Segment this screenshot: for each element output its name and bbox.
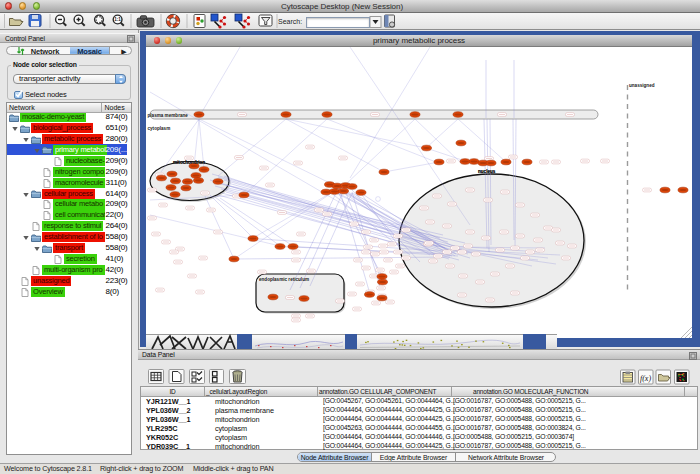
svg-text:f(x): f(x)	[640, 374, 651, 383]
svg-text:nucleus: nucleus	[478, 169, 496, 174]
svg-text:plasma membrane: plasma membrane	[148, 113, 189, 118]
svg-text:1:1: 1:1	[114, 17, 121, 22]
svg-text:cytoplasm: cytoplasm	[148, 126, 171, 131]
svg-text:unassigned: unassigned	[629, 83, 655, 88]
svg-text:endoplasmic reticulum: endoplasmic reticulum	[259, 277, 309, 282]
svg-text:mitochondrion: mitochondrion	[173, 160, 205, 165]
